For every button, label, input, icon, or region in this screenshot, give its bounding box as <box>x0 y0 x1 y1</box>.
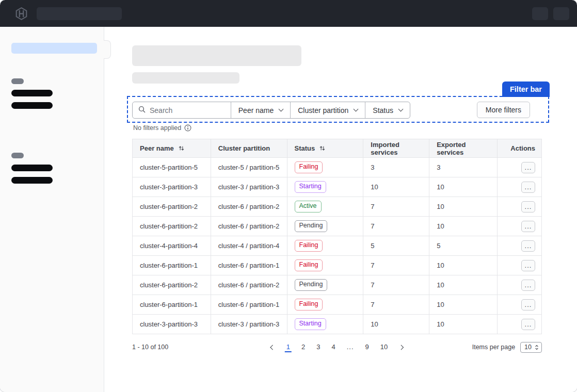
sidebar-item-placeholder[interactable] <box>11 102 53 109</box>
nav-actions <box>532 7 569 20</box>
dropdown-label: Status <box>373 106 393 115</box>
column-label: Imported services <box>371 141 422 156</box>
status-badge: Pending <box>295 279 328 291</box>
status-cell: Pending <box>287 275 363 295</box>
status-badge: Failing <box>295 259 323 271</box>
filter-dropdown-status[interactable]: Status <box>365 102 410 118</box>
status-badge: Failing <box>295 299 323 311</box>
table-row: cluster-6-partition-1cluster-6 / partiti… <box>133 295 542 315</box>
cluster-partition-cell: cluster-6 / partition-2 <box>211 197 287 217</box>
row-actions-button[interactable]: ... <box>521 299 535 311</box>
cluster-partition-cell: cluster-4 / partition-4 <box>211 236 287 256</box>
status-badge: Failing <box>295 240 323 252</box>
status-cell: Starting <box>287 315 363 334</box>
status-cell: Failing <box>287 158 363 177</box>
table-row: cluster-6-partition-2cluster-6 / partiti… <box>133 197 542 217</box>
peer-name-cell: cluster-6-partition-1 <box>133 256 211 275</box>
status-cell: Failing <box>287 295 363 315</box>
row-actions-button[interactable]: ... <box>521 182 535 193</box>
peer-name-cell: cluster-6-partition-2 <box>133 275 211 295</box>
row-actions-button[interactable]: ... <box>521 240 535 252</box>
exported-services-cell: 10 <box>429 177 498 197</box>
exported-services-cell: 10 <box>429 295 498 315</box>
actions-cell: ... <box>498 256 542 275</box>
row-actions-button[interactable]: ... <box>521 260 535 271</box>
filter-dropdown-cluster-partition[interactable]: Cluster partition <box>290 102 365 118</box>
page-ellipsis: ... <box>345 342 356 352</box>
chevron-down-icon <box>398 107 404 112</box>
imported-services-cell: 5 <box>363 236 429 256</box>
table-header-row: Peer nameCluster partitionStatusImported… <box>133 139 542 158</box>
cluster-partition-cell: cluster-6 / partition-1 <box>211 256 287 275</box>
filter-bar-annotation-label: Filter bar <box>502 81 550 97</box>
cluster-partition-cell: cluster-6 / partition-2 <box>211 217 287 236</box>
filter-dropdown-peer-name[interactable]: Peer name <box>231 102 290 118</box>
column-label: Actions <box>510 144 535 152</box>
page-button-3[interactable]: 3 <box>315 342 322 352</box>
nav-search-placeholder <box>37 7 122 20</box>
column-label: Exported services <box>437 141 490 156</box>
sidebar-active-item-placeholder[interactable] <box>11 43 97 54</box>
chevron-right-icon <box>399 345 404 350</box>
sidebar <box>0 27 104 392</box>
imported-services-cell: 3 <box>363 158 429 177</box>
sidebar-item-placeholder[interactable] <box>11 165 53 171</box>
actions-cell: ... <box>498 197 542 217</box>
row-actions-button[interactable]: ... <box>521 162 535 173</box>
actions-cell: ... <box>498 295 542 315</box>
exported-services-cell: 10 <box>429 217 498 236</box>
actions-cell: ... <box>498 217 542 236</box>
page-button-2[interactable]: 2 <box>300 342 307 352</box>
table-body: cluster-5-partition-5cluster-5 / partiti… <box>133 158 542 334</box>
row-actions-button[interactable]: ... <box>521 221 535 232</box>
table-row: cluster-6-partition-1cluster-6 / partiti… <box>133 256 542 275</box>
status-badge: Starting <box>295 318 326 330</box>
page-button-10[interactable]: 10 <box>379 342 389 352</box>
status-badge: Active <box>295 201 322 213</box>
page-button-4[interactable]: 4 <box>330 342 336 352</box>
main-content: Filter bar Peer nameCluster partitionSta… <box>104 27 577 392</box>
previous-page-button[interactable] <box>265 342 281 352</box>
status-badge: Pending <box>295 220 328 232</box>
search-input[interactable] <box>150 106 225 115</box>
column-label: Cluster partition <box>218 144 270 152</box>
exported-services-cell: 10 <box>429 256 498 275</box>
items-per-page-label: Items per page <box>472 344 515 351</box>
column-label: Peer name <box>140 144 174 152</box>
sort-icon <box>178 145 185 152</box>
sidebar-item-placeholder[interactable] <box>11 177 53 184</box>
peer-name-cell: cluster-6-partition-2 <box>133 197 211 217</box>
imported-services-cell: 7 <box>363 197 429 217</box>
table-row: cluster-6-partition-2cluster-6 / partiti… <box>133 217 542 236</box>
column-header-status[interactable]: Status <box>287 139 363 158</box>
info-icon[interactable] <box>184 124 191 132</box>
actions-cell: ... <box>498 177 542 197</box>
items-per-page-value: 10 <box>524 344 532 351</box>
more-filters-button[interactable]: More filters <box>477 102 530 118</box>
peer-name-cell: cluster-6-partition-2 <box>133 217 211 236</box>
row-actions-button[interactable]: ... <box>521 201 535 213</box>
peer-name-cell: cluster-6-partition-1 <box>133 295 211 315</box>
page-button-9[interactable]: 9 <box>364 342 371 352</box>
table-row: cluster-4-partition-4cluster-4 / partiti… <box>133 236 542 256</box>
imported-services-cell: 10 <box>363 177 429 197</box>
items-per-page-select[interactable]: 10 <box>520 342 542 353</box>
filter-bar: Peer nameCluster partitionStatus More fi… <box>132 102 530 119</box>
exported-services-cell: 5 <box>429 236 498 256</box>
next-page-button[interactable] <box>393 342 409 352</box>
peer-name-cell: cluster-3-partition-3 <box>133 315 211 334</box>
page-button-1[interactable]: 1 <box>285 342 292 352</box>
sidebar-item-placeholder[interactable] <box>11 90 53 96</box>
row-actions-button[interactable]: ... <box>521 280 535 291</box>
status-badge: Failing <box>295 161 323 173</box>
imported-services-cell: 7 <box>363 256 429 275</box>
peers-table: Peer nameCluster partitionStatusImported… <box>132 139 542 334</box>
column-header-peer-name[interactable]: Peer name <box>133 139 211 158</box>
chevron-left-icon <box>270 345 275 350</box>
app-window: Filter bar Peer nameCluster partitionSta… <box>0 0 577 392</box>
sidebar-collapse-handle[interactable] <box>104 40 111 59</box>
search-field[interactable] <box>133 102 231 118</box>
column-header-actions: Actions <box>498 139 542 158</box>
row-actions-button[interactable]: ... <box>521 319 535 330</box>
cluster-partition-cell: cluster-5 / partition-5 <box>211 158 287 177</box>
